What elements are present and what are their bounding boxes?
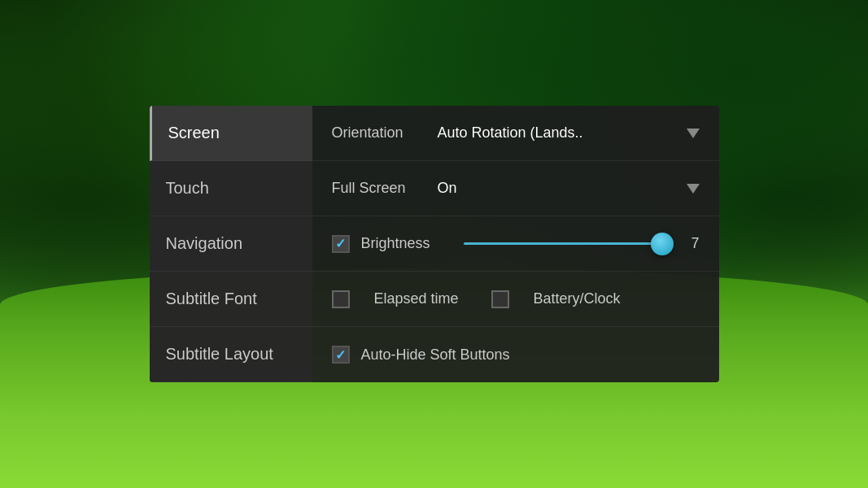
sidebar-item-label: Subtitle Font (166, 290, 257, 307)
fullscreen-label: Full Screen (332, 180, 438, 197)
battery-clock-checkbox[interactable] (491, 290, 509, 308)
battery-clock-label: Battery/Clock (534, 290, 621, 307)
brightness-value: 7 (683, 235, 700, 252)
sidebar-item-touch[interactable]: Touch (150, 161, 312, 216)
fullscreen-value: On (438, 180, 457, 197)
orientation-row: Orientation Auto Rotation (Lands.. (312, 106, 719, 161)
brightness-label: Brightness (361, 235, 451, 252)
content-area: Orientation Auto Rotation (Lands.. Full … (312, 106, 719, 382)
sidebar-item-label: Subtitle Layout (166, 345, 273, 363)
settings-panel: Screen Touch Navigation Subtitle Font Su… (150, 106, 719, 382)
sidebar: Screen Touch Navigation Subtitle Font Su… (150, 106, 312, 382)
autohide-checkmark: ✓ (335, 347, 346, 363)
fullscreen-row: Full Screen On (312, 161, 719, 216)
brightness-slider-thumb[interactable] (651, 233, 674, 255)
brightness-row: ✓ Brightness 7 (312, 216, 719, 272)
sidebar-item-label: Navigation (166, 234, 243, 252)
autohide-label: Auto-Hide Soft Buttons (361, 346, 510, 364)
orientation-label: Orientation (332, 124, 438, 142)
orientation-value: Auto Rotation (Lands.. (438, 124, 583, 142)
sidebar-item-subtitle-font[interactable]: Subtitle Font (150, 272, 312, 327)
fullscreen-dropdown[interactable]: On (438, 180, 700, 197)
fullscreen-dropdown-arrow (687, 184, 700, 194)
sidebar-item-label: Screen (168, 124, 220, 142)
brightness-slider-container (464, 242, 670, 245)
brightness-checkbox[interactable]: ✓ (332, 235, 350, 253)
sidebar-item-subtitle-layout[interactable]: Subtitle Layout (150, 327, 312, 382)
elapsed-time-checkbox[interactable] (332, 290, 350, 308)
orientation-dropdown[interactable]: Auto Rotation (Lands.. (438, 124, 700, 142)
sidebar-item-screen[interactable]: Screen (150, 106, 312, 161)
autohide-checkbox[interactable]: ✓ (332, 346, 350, 364)
options-row: Elapsed time Battery/Clock (312, 272, 719, 327)
elapsed-time-label: Elapsed time (374, 290, 459, 307)
orientation-dropdown-arrow (687, 129, 700, 138)
autohide-row: ✓ Auto-Hide Soft Buttons (312, 327, 719, 382)
brightness-checkmark: ✓ (335, 236, 346, 251)
sidebar-item-label: Touch (166, 179, 209, 197)
sidebar-item-navigation[interactable]: Navigation (150, 216, 312, 272)
brightness-slider-track[interactable] (464, 242, 670, 245)
